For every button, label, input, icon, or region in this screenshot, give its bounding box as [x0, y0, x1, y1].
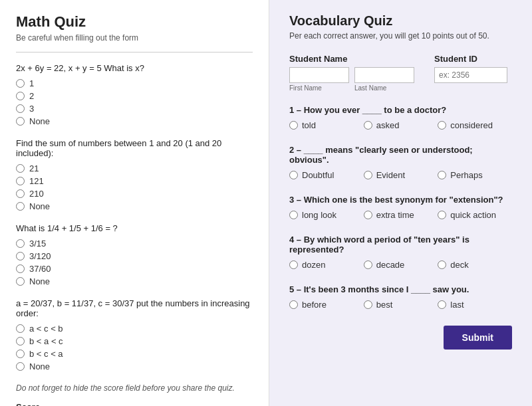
- math-q-text-3: What is 1/4 + 1/5 + 1/6 = ?: [16, 223, 253, 233]
- last-name-input[interactable]: [354, 67, 414, 83]
- math-option-label: 21: [29, 163, 39, 173]
- math-option-row: b < c < a: [16, 349, 253, 359]
- vocab-option: last: [438, 300, 512, 310]
- student-id-label: Student ID: [434, 54, 507, 64]
- math-option-row: None: [16, 116, 253, 126]
- left-panel: Math Quiz Be careful when filling out th…: [0, 0, 269, 406]
- name-inputs: First Name Last Name: [289, 67, 414, 92]
- right-panel: Vocabulary Quiz Per each correct answer,…: [269, 0, 532, 406]
- math-radio-1-1[interactable]: [16, 79, 25, 88]
- math-option-row: 37/60: [16, 264, 253, 274]
- vocab-question-1: 1 – How you ever ____ to be a doctor?tol…: [289, 105, 512, 133]
- vocab-options-row: DoubtfulEvidentPerhaps: [289, 170, 512, 180]
- left-title: Math Quiz: [16, 13, 253, 31]
- math-option-row: None: [16, 276, 253, 286]
- math-option-label: 210: [29, 189, 44, 199]
- vocab-radio-5-1[interactable]: [289, 300, 298, 309]
- vocab-option: told: [289, 120, 364, 130]
- math-radio-1-4[interactable]: [16, 117, 25, 126]
- vocab-option-label: Perhaps: [450, 170, 482, 180]
- vocab-option: decade: [364, 260, 438, 270]
- vocab-option: dozen: [289, 260, 364, 270]
- math-radio-2-2[interactable]: [16, 177, 25, 185]
- math-option-label: 2: [29, 91, 34, 101]
- math-radio-2-4[interactable]: [16, 202, 25, 211]
- vocab-radio-3-3[interactable]: [438, 211, 446, 219]
- math-q-text-4: a = 20/37, b = 11/37, c = 30/37 put the …: [16, 298, 253, 318]
- vocab-radio-1-1[interactable]: [289, 121, 298, 130]
- vocab-radio-4-2[interactable]: [364, 260, 372, 269]
- math-option-label: 37/60: [29, 264, 51, 274]
- math-radio-1-3[interactable]: [16, 104, 25, 113]
- math-option-row: 3/120: [16, 251, 253, 261]
- vocab-radio-3-2[interactable]: [364, 211, 372, 219]
- math-radio-2-1[interactable]: [16, 164, 25, 173]
- math-radio-3-1[interactable]: [16, 239, 25, 248]
- student-name-label: Student Name: [289, 54, 414, 64]
- math-option-row: None: [16, 361, 253, 371]
- math-radio-4-1[interactable]: [16, 324, 25, 333]
- vocab-option-label: Evident: [376, 170, 405, 180]
- math-option-row: 2: [16, 91, 253, 101]
- math-option-label: 1: [29, 78, 34, 88]
- vocab-radio-4-1[interactable]: [289, 260, 298, 269]
- vocab-radio-3-1[interactable]: [289, 211, 298, 219]
- vocab-radio-2-2[interactable]: [364, 171, 372, 179]
- submit-button[interactable]: Submit: [444, 326, 512, 350]
- vocab-radio-2-3[interactable]: [438, 171, 446, 179]
- math-radio-3-2[interactable]: [16, 252, 25, 260]
- math-radio-3-3[interactable]: [16, 264, 25, 273]
- vocab-q-text-3: 3 – Which one is the best synonym for "e…: [289, 195, 512, 205]
- math-option-row: a < c < b: [16, 324, 253, 334]
- vocab-q-text-5: 5 – It's been 3 months since I ____ saw …: [289, 284, 512, 294]
- vocab-q-text-4: 4 – By which word a period of "ten years…: [289, 235, 512, 254]
- math-question-1: 2x + 6y = 22, x + y = 5 What is x?123Non…: [16, 63, 253, 126]
- math-radio-4-4[interactable]: [16, 362, 25, 371]
- math-question-3: What is 1/4 + 1/5 + 1/6 = ?3/153/12037/6…: [16, 223, 253, 286]
- vocab-option-label: extra time: [376, 210, 414, 220]
- math-radio-2-3[interactable]: [16, 189, 25, 198]
- math-option-label: 3/15: [29, 239, 46, 249]
- student-id-group: Student ID: [434, 54, 507, 83]
- math-option-row: 1: [16, 78, 253, 88]
- student-name-group: Student Name First Name Last Name: [289, 54, 414, 92]
- vocab-option: asked: [364, 120, 438, 130]
- vocab-radio-1-2[interactable]: [364, 121, 372, 130]
- vocab-radio-4-3[interactable]: [438, 260, 446, 269]
- vocab-option: before: [289, 300, 364, 310]
- math-option-label: None: [29, 276, 50, 286]
- score-section: Score: [16, 402, 253, 406]
- vocab-radio-5-3[interactable]: [438, 300, 446, 309]
- last-name-label: Last Name: [354, 84, 414, 92]
- math-radio-1-2[interactable]: [16, 92, 25, 100]
- student-info: Student Name First Name Last Name Studen…: [289, 54, 512, 92]
- vocab-radio-1-3[interactable]: [438, 121, 446, 130]
- vocab-radio-2-1[interactable]: [289, 171, 298, 179]
- first-name-input[interactable]: [289, 67, 349, 83]
- math-option-label: b < c < a: [29, 349, 63, 359]
- math-option-row: 3/15: [16, 239, 253, 249]
- quiz-note: Do not forget to hide the score field be…: [16, 383, 253, 393]
- vocab-radio-5-2[interactable]: [364, 300, 372, 309]
- math-question-4: a = 20/37, b = 11/37, c = 30/37 put the …: [16, 298, 253, 371]
- vocab-q-text-1: 1 – How you ever ____ to be a doctor?: [289, 105, 512, 115]
- vocab-option: extra time: [364, 210, 438, 220]
- math-option-row: 210: [16, 189, 253, 199]
- vocab-option-label: best: [376, 300, 393, 310]
- vocab-questions: 1 – How you ever ____ to be a doctor?tol…: [289, 105, 512, 312]
- math-option-label: None: [29, 201, 50, 211]
- vocab-option-label: Doubtful: [302, 170, 334, 180]
- math-option-row: 21: [16, 163, 253, 173]
- right-title: Vocabulary Quiz: [289, 13, 512, 29]
- math-radio-3-4[interactable]: [16, 277, 25, 286]
- math-questions: 2x + 6y = 22, x + y = 5 What is x?123Non…: [16, 63, 253, 371]
- math-radio-4-2[interactable]: [16, 337, 25, 346]
- vocab-option: long look: [289, 210, 364, 220]
- vocab-option-label: asked: [376, 120, 400, 130]
- student-id-input[interactable]: [434, 67, 507, 83]
- vocab-option: best: [364, 300, 438, 310]
- math-radio-4-3[interactable]: [16, 350, 25, 358]
- vocab-question-5: 5 – It's been 3 months since I ____ saw …: [289, 284, 512, 312]
- vocab-option-label: deck: [450, 260, 468, 270]
- last-name-wrap: Last Name: [354, 67, 414, 92]
